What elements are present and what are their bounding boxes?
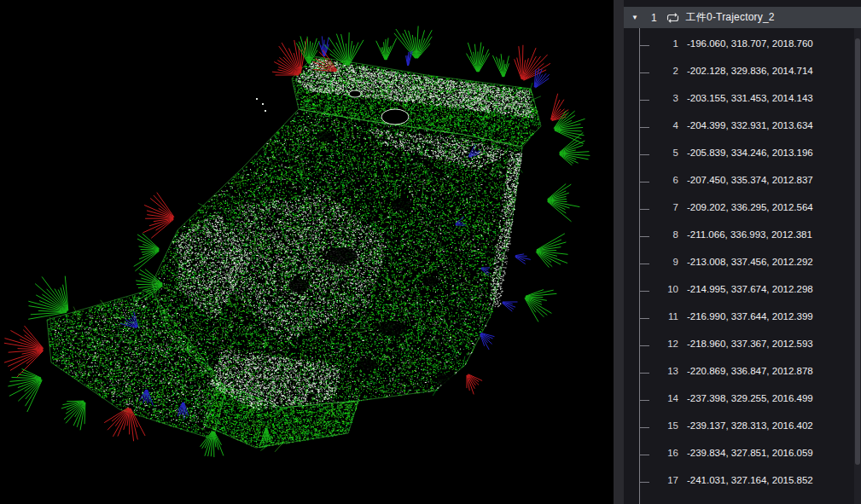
point-index: 7 xyxy=(654,202,678,212)
point-coordinates: -237.398, 329.255, 2016.499 xyxy=(687,393,813,403)
point-index: 2 xyxy=(654,66,678,76)
point-coordinates: -239.834, 327.851, 2016.059 xyxy=(687,448,813,458)
point-index: 3 xyxy=(654,93,678,103)
trajectory-label: 工件0-Trajectory_2 xyxy=(686,10,775,25)
trajectory-point-row[interactable]: 13 -220.869, 336.847, 2012.878 xyxy=(624,359,854,386)
trajectory-point-row[interactable]: 14 -237.398, 329.255, 2016.499 xyxy=(624,386,854,414)
tree-tick xyxy=(639,318,649,319)
point-coordinates: -239.137, 328.313, 2016.402 xyxy=(687,420,813,431)
point-coordinates: -241.031, 327.164, 2015.852 xyxy=(687,475,813,485)
pointcloud-canvas[interactable] xyxy=(0,0,614,504)
tree-tick xyxy=(639,127,649,128)
point-coordinates: -220.869, 336.847, 2012.878 xyxy=(687,366,813,376)
trajectory-point-row[interactable]: 1 -196.060, 318.707, 2018.760 xyxy=(624,32,854,59)
trajectory-point-row[interactable]: 11 -216.990, 337.644, 2012.399 xyxy=(624,304,854,332)
trajectory-point-row[interactable]: 6 -207.450, 335.374, 2012.837 xyxy=(624,168,854,195)
point-index: 10 xyxy=(654,284,678,294)
trajectory-point-row[interactable]: 2 -202.128, 329.836, 2014.714 xyxy=(624,59,854,86)
trajectory-point-row[interactable]: 15 -239.137, 328.313, 2016.402 xyxy=(624,414,854,441)
tree-tick xyxy=(639,291,649,292)
trajectory-point-list: 1 -196.060, 318.707, 2018.760 2 -202.128… xyxy=(624,32,854,504)
point-coordinates: -203.155, 331.453, 2014.143 xyxy=(687,93,813,103)
trajectory-point-row[interactable]: 4 -204.399, 332.931, 2013.634 xyxy=(624,113,854,141)
tree-tick xyxy=(639,154,649,155)
trajectory-point-row[interactable]: 16 -239.834, 327.851, 2016.059 xyxy=(624,441,854,468)
3d-viewport[interactable] xyxy=(0,0,614,504)
point-index: 14 xyxy=(654,393,678,403)
point-coordinates: -202.128, 329.836, 2014.714 xyxy=(687,66,813,76)
point-index: 4 xyxy=(654,120,678,130)
point-index: 6 xyxy=(654,175,678,185)
point-index: 11 xyxy=(654,311,678,322)
tree-tick xyxy=(639,373,649,374)
point-coordinates: -205.839, 334.246, 2013.196 xyxy=(687,148,813,158)
trajectory-point-row[interactable]: 9 -213.008, 337.456, 2012.292 xyxy=(624,250,854,277)
point-index: 8 xyxy=(654,229,678,240)
panel-scrollbar[interactable] xyxy=(854,28,861,504)
tree-tick xyxy=(639,100,649,101)
trajectory-point-row[interactable]: 7 -209.202, 336.295, 2012.564 xyxy=(624,195,854,223)
tree-tick xyxy=(639,209,649,210)
trajectory-panel: ▼ 1 工件0-Trajectory_2 1 -196.060, 318.707… xyxy=(624,0,861,504)
trajectory-icon xyxy=(666,13,679,23)
trajectory-point-row[interactable]: 12 -218.960, 337.367, 2012.593 xyxy=(624,332,854,359)
point-coordinates: -211.066, 336.993, 2012.381 xyxy=(687,229,812,240)
tree-tick xyxy=(639,427,649,428)
point-coordinates: -218.960, 337.367, 2012.593 xyxy=(687,339,813,349)
trajectory-point-row[interactable]: 3 -203.155, 331.453, 2014.143 xyxy=(624,86,854,113)
point-coordinates: -196.060, 318.707, 2018.760 xyxy=(687,38,813,49)
app-window: ▼ 1 工件0-Trajectory_2 1 -196.060, 318.707… xyxy=(0,0,861,504)
tree-tick xyxy=(639,45,649,46)
trajectory-header-row[interactable]: ▼ 1 工件0-Trajectory_2 xyxy=(624,7,861,28)
splitter[interactable] xyxy=(614,0,624,504)
trajectory-index: 1 xyxy=(651,12,657,24)
point-index: 9 xyxy=(654,257,678,267)
point-coordinates: -207.450, 335.374, 2012.837 xyxy=(687,175,813,185)
point-coordinates: -204.399, 332.931, 2013.634 xyxy=(687,120,813,130)
tree-tick xyxy=(639,182,649,182)
point-index: 15 xyxy=(654,420,678,431)
tree-tick xyxy=(639,264,649,264)
point-index: 13 xyxy=(654,366,678,376)
tree-tick xyxy=(639,455,649,455)
point-index: 12 xyxy=(654,339,678,349)
tree-tick xyxy=(639,400,649,401)
tree-tick xyxy=(639,236,649,237)
point-index: 16 xyxy=(654,448,678,458)
point-coordinates: -209.202, 336.295, 2012.564 xyxy=(687,202,813,212)
tree-tick xyxy=(639,345,649,346)
trajectory-point-row[interactable]: 5 -205.839, 334.246, 2013.196 xyxy=(624,141,854,168)
point-index: 17 xyxy=(654,475,678,485)
point-coordinates: -213.008, 337.456, 2012.292 xyxy=(687,257,813,267)
point-index: 1 xyxy=(654,38,678,49)
trajectory-point-row[interactable]: 10 -214.995, 337.674, 2012.298 xyxy=(624,277,854,304)
point-coordinates: -216.990, 337.644, 2012.399 xyxy=(687,311,813,322)
scrollbar-thumb[interactable] xyxy=(855,38,860,465)
tree-tick xyxy=(639,72,649,73)
collapse-arrow-icon[interactable]: ▼ xyxy=(631,14,638,21)
trajectory-point-row[interactable]: 8 -211.066, 336.993, 2012.381 xyxy=(624,223,854,250)
trajectory-point-row[interactable]: 17 -241.031, 327.164, 2015.852 xyxy=(624,468,854,495)
point-coordinates: -214.995, 337.674, 2012.298 xyxy=(687,284,813,294)
point-index: 5 xyxy=(654,148,678,158)
tree-tick xyxy=(639,482,649,483)
